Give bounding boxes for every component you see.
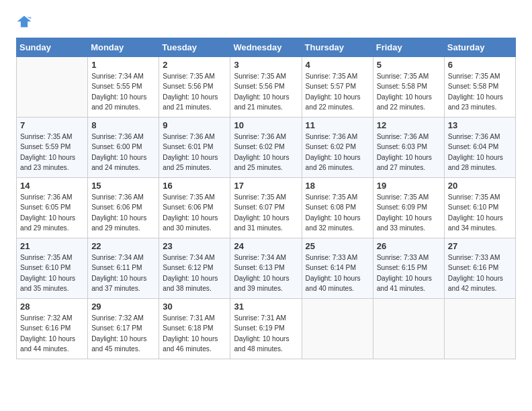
day-number: 10 xyxy=(234,120,298,130)
weekday-header: Friday xyxy=(373,38,444,57)
day-info: Sunrise: 7:36 AMSunset: 6:02 PMDaylight:… xyxy=(306,132,369,173)
day-number: 5 xyxy=(377,60,441,70)
calendar-cell: 18Sunrise: 7:35 AMSunset: 6:08 PMDayligh… xyxy=(302,178,373,238)
calendar-cell: 1Sunrise: 7:34 AMSunset: 5:55 PMDaylight… xyxy=(88,57,159,118)
day-number: 12 xyxy=(377,120,441,130)
weekday-header: Wednesday xyxy=(230,38,302,57)
calendar-cell: 21Sunrise: 7:35 AMSunset: 6:10 PMDayligh… xyxy=(17,238,88,299)
calendar-cell: 22Sunrise: 7:34 AMSunset: 6:11 PMDayligh… xyxy=(88,238,159,299)
calendar-cell: 27Sunrise: 7:33 AMSunset: 6:16 PMDayligh… xyxy=(444,238,515,299)
day-info: Sunrise: 7:31 AMSunset: 6:18 PMDaylight:… xyxy=(163,313,226,354)
day-info: Sunrise: 7:35 AMSunset: 6:09 PMDaylight:… xyxy=(377,192,441,233)
day-number: 3 xyxy=(234,60,298,70)
day-info: Sunrise: 7:36 AMSunset: 6:05 PMDaylight:… xyxy=(20,192,84,233)
calendar-cell: 11Sunrise: 7:36 AMSunset: 6:02 PMDayligh… xyxy=(302,118,373,178)
calendar-cell: 16Sunrise: 7:35 AMSunset: 6:06 PMDayligh… xyxy=(159,178,230,238)
day-number: 7 xyxy=(20,120,84,130)
calendar-cell: 2Sunrise: 7:35 AMSunset: 5:56 PMDaylight… xyxy=(159,57,230,118)
calendar-cell: 6Sunrise: 7:35 AMSunset: 5:58 PMDaylight… xyxy=(444,57,515,118)
calendar-cell: 9Sunrise: 7:36 AMSunset: 6:01 PMDaylight… xyxy=(159,118,230,178)
day-number: 4 xyxy=(306,60,369,70)
day-info: Sunrise: 7:35 AMSunset: 5:58 PMDaylight:… xyxy=(377,71,441,112)
day-number: 24 xyxy=(234,241,298,251)
weekday-header: Thursday xyxy=(302,38,373,57)
day-number: 8 xyxy=(91,120,155,130)
day-number: 31 xyxy=(234,302,298,312)
calendar-cell: 15Sunrise: 7:36 AMSunset: 6:06 PMDayligh… xyxy=(88,178,159,238)
day-info: Sunrise: 7:35 AMSunset: 5:57 PMDaylight:… xyxy=(306,71,369,112)
day-info: Sunrise: 7:35 AMSunset: 6:10 PMDaylight:… xyxy=(20,253,84,293)
calendar-cell: 28Sunrise: 7:32 AMSunset: 6:16 PMDayligh… xyxy=(17,299,88,359)
logo xyxy=(16,13,35,30)
day-info: Sunrise: 7:34 AMSunset: 6:12 PMDaylight:… xyxy=(163,253,226,293)
day-info: Sunrise: 7:36 AMSunset: 6:06 PMDaylight:… xyxy=(91,192,155,233)
day-number: 16 xyxy=(163,181,226,191)
day-number: 29 xyxy=(91,302,155,312)
day-number: 23 xyxy=(163,241,226,251)
calendar-cell: 3Sunrise: 7:35 AMSunset: 5:56 PMDaylight… xyxy=(230,57,302,118)
calendar-week-row: 21Sunrise: 7:35 AMSunset: 6:10 PMDayligh… xyxy=(17,238,516,299)
calendar-cell: 8Sunrise: 7:36 AMSunset: 6:00 PMDaylight… xyxy=(88,118,159,178)
calendar-cell: 12Sunrise: 7:36 AMSunset: 6:03 PMDayligh… xyxy=(373,118,444,178)
day-info: Sunrise: 7:33 AMSunset: 6:16 PMDaylight:… xyxy=(448,253,512,293)
day-number: 27 xyxy=(448,241,512,251)
day-number: 26 xyxy=(377,241,441,251)
day-number: 25 xyxy=(306,241,369,251)
calendar-cell: 7Sunrise: 7:35 AMSunset: 5:59 PMDaylight… xyxy=(17,118,88,178)
day-info: Sunrise: 7:35 AMSunset: 5:56 PMDaylight:… xyxy=(163,71,226,112)
weekday-header: Sunday xyxy=(17,38,88,57)
day-info: Sunrise: 7:31 AMSunset: 6:19 PMDaylight:… xyxy=(234,313,298,354)
calendar-cell: 10Sunrise: 7:36 AMSunset: 6:02 PMDayligh… xyxy=(230,118,302,178)
calendar-cell: 4Sunrise: 7:35 AMSunset: 5:57 PMDaylight… xyxy=(302,57,373,118)
day-info: Sunrise: 7:35 AMSunset: 6:07 PMDaylight:… xyxy=(234,192,298,233)
weekday-header: Saturday xyxy=(444,38,515,57)
calendar-cell: 23Sunrise: 7:34 AMSunset: 6:12 PMDayligh… xyxy=(159,238,230,299)
calendar-cell xyxy=(444,299,515,359)
day-info: Sunrise: 7:36 AMSunset: 6:00 PMDaylight:… xyxy=(91,132,155,173)
page-header xyxy=(16,13,516,30)
day-info: Sunrise: 7:36 AMSunset: 6:02 PMDaylight:… xyxy=(234,132,298,173)
calendar-cell: 13Sunrise: 7:36 AMSunset: 6:04 PMDayligh… xyxy=(444,118,515,178)
calendar-week-row: 28Sunrise: 7:32 AMSunset: 6:16 PMDayligh… xyxy=(17,299,516,359)
day-info: Sunrise: 7:36 AMSunset: 6:01 PMDaylight:… xyxy=(163,132,226,173)
day-info: Sunrise: 7:35 AMSunset: 6:10 PMDaylight:… xyxy=(448,192,512,233)
calendar-cell: 29Sunrise: 7:32 AMSunset: 6:17 PMDayligh… xyxy=(88,299,159,359)
calendar-table: SundayMondayTuesdayWednesdayThursdayFrid… xyxy=(16,38,516,359)
logo-icon xyxy=(16,13,32,30)
day-info: Sunrise: 7:35 AMSunset: 6:08 PMDaylight:… xyxy=(306,192,369,233)
day-number: 28 xyxy=(20,302,84,312)
day-number: 11 xyxy=(306,120,369,130)
day-info: Sunrise: 7:34 AMSunset: 6:13 PMDaylight:… xyxy=(234,253,298,293)
day-number: 21 xyxy=(20,241,84,251)
calendar-cell: 19Sunrise: 7:35 AMSunset: 6:09 PMDayligh… xyxy=(373,178,444,238)
calendar-week-row: 1Sunrise: 7:34 AMSunset: 5:55 PMDaylight… xyxy=(17,57,516,118)
day-number: 1 xyxy=(91,60,155,70)
calendar-cell xyxy=(302,299,373,359)
day-info: Sunrise: 7:33 AMSunset: 6:14 PMDaylight:… xyxy=(306,253,369,293)
day-number: 15 xyxy=(91,181,155,191)
day-number: 19 xyxy=(377,181,441,191)
calendar-cell: 20Sunrise: 7:35 AMSunset: 6:10 PMDayligh… xyxy=(444,178,515,238)
weekday-header: Tuesday xyxy=(159,38,230,57)
day-number: 20 xyxy=(448,181,512,191)
day-info: Sunrise: 7:34 AMSunset: 6:11 PMDaylight:… xyxy=(91,253,155,293)
calendar-week-row: 7Sunrise: 7:35 AMSunset: 5:59 PMDaylight… xyxy=(17,118,516,178)
calendar-header-row: SundayMondayTuesdayWednesdayThursdayFrid… xyxy=(17,38,516,57)
calendar-cell: 25Sunrise: 7:33 AMSunset: 6:14 PMDayligh… xyxy=(302,238,373,299)
day-number: 14 xyxy=(20,181,84,191)
calendar-cell: 5Sunrise: 7:35 AMSunset: 5:58 PMDaylight… xyxy=(373,57,444,118)
calendar-cell: 17Sunrise: 7:35 AMSunset: 6:07 PMDayligh… xyxy=(230,178,302,238)
day-info: Sunrise: 7:35 AMSunset: 6:06 PMDaylight:… xyxy=(163,192,226,233)
day-info: Sunrise: 7:36 AMSunset: 6:03 PMDaylight:… xyxy=(377,132,441,173)
day-info: Sunrise: 7:35 AMSunset: 5:59 PMDaylight:… xyxy=(20,132,84,173)
day-number: 18 xyxy=(306,181,369,191)
calendar-cell: 26Sunrise: 7:33 AMSunset: 6:15 PMDayligh… xyxy=(373,238,444,299)
day-info: Sunrise: 7:32 AMSunset: 6:16 PMDaylight:… xyxy=(20,313,84,354)
calendar-cell xyxy=(17,57,88,118)
day-number: 17 xyxy=(234,181,298,191)
day-number: 6 xyxy=(448,60,512,70)
day-info: Sunrise: 7:35 AMSunset: 5:56 PMDaylight:… xyxy=(234,71,298,112)
day-info: Sunrise: 7:36 AMSunset: 6:04 PMDaylight:… xyxy=(448,132,512,173)
calendar-cell: 30Sunrise: 7:31 AMSunset: 6:18 PMDayligh… xyxy=(159,299,230,359)
calendar-cell: 14Sunrise: 7:36 AMSunset: 6:05 PMDayligh… xyxy=(17,178,88,238)
